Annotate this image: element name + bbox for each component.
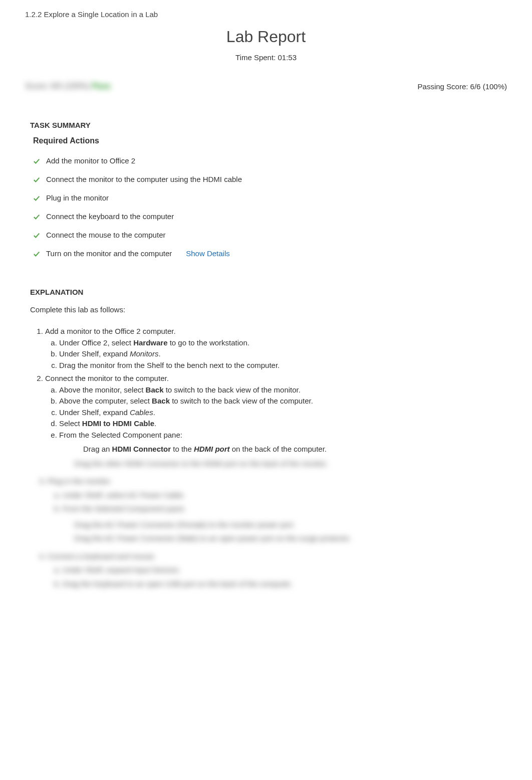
action-item: Add the monitor to Office 2 <box>33 151 512 170</box>
step-1b: Under Shelf, expand Monitors. <box>59 348 512 360</box>
score-row: Score: 6/6 (100%) Pass Passing Score: 6/… <box>20 82 512 91</box>
step-1c: Drag the monitor from the Shelf to the b… <box>59 360 512 371</box>
step-2c: Under Shelf, expand Cables. <box>59 407 512 419</box>
step-2e-sub: Drag an HDMI Connector to the HDMI port … <box>59 444 512 455</box>
required-actions-list: Add the monitor to Office 2 Connect the … <box>20 151 512 263</box>
breadcrumb: 1.2.2 Explore a Single Location in a Lab <box>20 10 512 19</box>
explanation-body: Add a monitor to the Office 2 computer. … <box>20 326 512 455</box>
score-result-blurred: Score: 6/6 (100%) Pass <box>25 82 111 91</box>
check-icon <box>33 193 41 202</box>
explanation-intro: Complete this lab as follows: <box>20 305 512 314</box>
action-item: Plug in the monitor <box>33 188 512 207</box>
check-icon <box>33 231 41 239</box>
action-label: Connect the monitor to the computer usin… <box>46 175 242 183</box>
required-actions-heading: Required Actions <box>20 136 512 145</box>
blurred-content: Drag the other HDMI Connector to the HDM… <box>20 457 512 591</box>
action-item: Turn on the monitor and the computer Sho… <box>33 244 512 263</box>
step-1a: Under Office 2, select Hardware to go to… <box>59 337 512 349</box>
step-2: Connect the monitor to the computer. Abo… <box>45 373 512 455</box>
step-1: Add a monitor to the Office 2 computer. … <box>45 326 512 371</box>
check-icon <box>33 249 41 257</box>
action-label: Connect the keyboard to the computer <box>46 212 174 221</box>
show-details-link[interactable]: Show Details <box>186 249 230 258</box>
action-item: Connect the monitor to the computer usin… <box>33 170 512 188</box>
check-icon <box>33 175 41 183</box>
step-2e: From the Selected Component pane: Drag a… <box>59 430 512 455</box>
action-label: Add the monitor to Office 2 <box>46 156 135 165</box>
check-icon <box>33 212 41 220</box>
step-2a: Above the monitor, select Back to switch… <box>59 384 512 396</box>
explanation-heading: EXPLANATION <box>20 288 512 296</box>
passing-score: Passing Score: 6/6 (100%) <box>418 82 507 91</box>
check-icon <box>33 156 41 164</box>
time-spent: Time Spent: 01:53 <box>20 53 512 62</box>
action-label: Plug in the monitor <box>46 193 109 202</box>
step-2d: Select HDMI to HDMI Cable. <box>59 418 512 430</box>
step-2b: Above the computer, select Back to switc… <box>59 396 512 407</box>
action-label: Connect the mouse to the computer <box>46 231 165 239</box>
action-item: Connect the keyboard to the computer <box>33 207 512 226</box>
task-summary-heading: TASK SUMMARY <box>20 121 512 129</box>
action-label: Turn on the monitor and the computer <box>46 249 172 258</box>
action-item: Connect the mouse to the computer <box>33 226 512 244</box>
report-title: Lab Report <box>20 28 512 46</box>
